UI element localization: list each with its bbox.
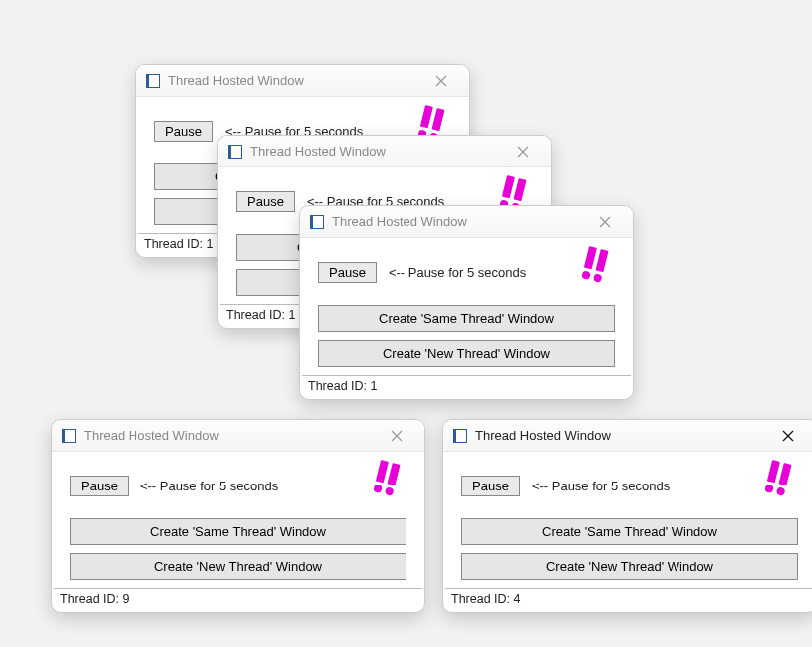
svg-point-17 bbox=[593, 273, 603, 283]
titlebar[interactable]: Thread Hosted Window bbox=[218, 136, 551, 167]
close-button[interactable] bbox=[503, 140, 543, 163]
svg-rect-3 bbox=[431, 108, 444, 131]
logo-icon bbox=[758, 458, 798, 497]
close-button[interactable] bbox=[421, 69, 461, 93]
titlebar[interactable]: Thread Hosted Window bbox=[443, 420, 812, 452]
svg-rect-15 bbox=[595, 249, 608, 272]
titlebar[interactable]: Thread Hosted Window bbox=[136, 65, 469, 97]
pause-button[interactable]: Pause bbox=[236, 191, 295, 212]
client-area: Pause<-- Pause for 5 secondsCreate 'Same… bbox=[52, 452, 424, 580]
pause-row: Pause<-- Pause for 5 seconds bbox=[318, 262, 615, 283]
thread-id-label: Thread ID: 1 bbox=[226, 308, 295, 322]
app-window[interactable]: Thread Hosted WindowPause<-- Pause for 5… bbox=[299, 205, 634, 400]
create-same-thread-button[interactable]: Create 'Same Thread' Window bbox=[70, 518, 406, 545]
app-icon bbox=[146, 74, 160, 88]
svg-rect-9 bbox=[513, 178, 526, 201]
svg-rect-14 bbox=[584, 246, 597, 269]
create-same-thread-button[interactable]: Create 'Same Thread' Window bbox=[318, 305, 615, 332]
pause-button[interactable]: Pause bbox=[70, 476, 129, 496]
app-icon bbox=[62, 429, 76, 443]
logo-icon bbox=[367, 458, 406, 497]
app-icon bbox=[310, 215, 324, 229]
thread-id-status: Thread ID: 4 bbox=[445, 588, 812, 610]
thread-id-status: Thread ID: 9 bbox=[54, 588, 422, 610]
close-icon bbox=[517, 146, 529, 158]
svg-rect-20 bbox=[376, 460, 389, 483]
pause-button[interactable]: Pause bbox=[154, 121, 213, 142]
window-title: Thread Hosted Window bbox=[250, 144, 503, 159]
svg-rect-2 bbox=[420, 105, 433, 128]
thread-id-status: Thread ID: 1 bbox=[302, 375, 631, 397]
logo-icon bbox=[575, 244, 615, 284]
close-icon bbox=[599, 216, 611, 228]
client-area: Pause<-- Pause for 5 secondsCreate 'Same… bbox=[443, 452, 812, 580]
svg-point-22 bbox=[373, 484, 383, 493]
thread-id-label: Thread ID: 4 bbox=[451, 592, 520, 606]
svg-point-23 bbox=[385, 486, 395, 496]
app-icon bbox=[453, 429, 467, 443]
create-new-thread-button[interactable]: Create 'New Thread' Window bbox=[318, 340, 615, 367]
window-title: Thread Hosted Window bbox=[332, 214, 585, 229]
close-icon bbox=[391, 430, 403, 442]
svg-rect-27 bbox=[778, 463, 791, 485]
pause-button[interactable]: Pause bbox=[318, 262, 377, 283]
svg-point-29 bbox=[776, 486, 786, 496]
pause-button[interactable]: Pause bbox=[461, 476, 520, 496]
svg-point-28 bbox=[764, 484, 774, 493]
window-title: Thread Hosted Window bbox=[475, 428, 768, 443]
pause-hint: <-- Pause for 5 seconds bbox=[140, 479, 278, 493]
titlebar[interactable]: Thread Hosted Window bbox=[300, 206, 633, 238]
window-title: Thread Hosted Window bbox=[168, 73, 421, 88]
create-new-thread-button[interactable]: Create 'New Thread' Window bbox=[70, 553, 406, 580]
close-icon bbox=[435, 75, 447, 87]
create-same-thread-button[interactable]: Create 'Same Thread' Window bbox=[461, 518, 798, 545]
svg-rect-8 bbox=[502, 175, 515, 198]
close-icon bbox=[782, 430, 794, 442]
pause-row: Pause<-- Pause for 5 seconds bbox=[461, 476, 798, 496]
svg-rect-21 bbox=[387, 463, 400, 485]
pause-row: Pause<-- Pause for 5 seconds bbox=[70, 476, 406, 496]
create-new-thread-button[interactable]: Create 'New Thread' Window bbox=[461, 553, 798, 580]
close-button[interactable] bbox=[585, 210, 625, 234]
svg-rect-26 bbox=[767, 460, 780, 483]
close-button[interactable] bbox=[377, 424, 416, 448]
thread-id-label: Thread ID: 1 bbox=[308, 379, 377, 393]
window-title: Thread Hosted Window bbox=[84, 428, 377, 443]
close-button[interactable] bbox=[768, 424, 808, 448]
app-window[interactable]: Thread Hosted WindowPause<-- Pause for 5… bbox=[51, 419, 425, 613]
svg-point-16 bbox=[581, 270, 591, 280]
thread-id-label: Thread ID: 9 bbox=[60, 592, 129, 606]
client-area: Pause<-- Pause for 5 secondsCreate 'Same… bbox=[300, 238, 633, 367]
app-icon bbox=[228, 145, 242, 159]
thread-id-label: Thread ID: 1 bbox=[144, 237, 213, 251]
pause-hint: <-- Pause for 5 seconds bbox=[532, 479, 670, 493]
app-window[interactable]: Thread Hosted WindowPause<-- Pause for 5… bbox=[442, 419, 812, 613]
pause-hint: <-- Pause for 5 seconds bbox=[389, 265, 526, 280]
titlebar[interactable]: Thread Hosted Window bbox=[52, 420, 424, 452]
